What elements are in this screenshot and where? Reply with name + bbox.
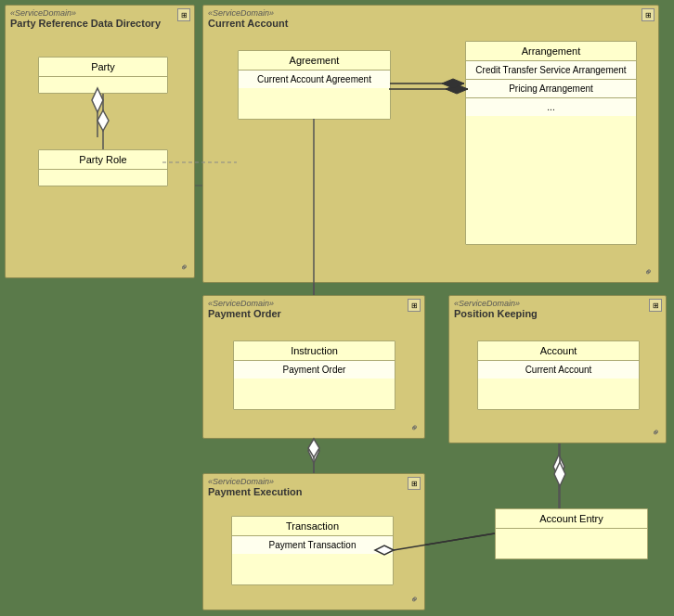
svg-marker-26: [554, 462, 565, 486]
uml-instruction-item-0: Payment Order: [234, 361, 395, 379]
uml-arrangement-item-0: Credit Transfer Service Arrangement: [466, 61, 636, 80]
sd-party-ref: «ServiceDomain» Party Reference Data Dir…: [5, 5, 195, 278]
uml-account-title: Account: [478, 341, 639, 361]
sd-party-ref-stereotype: «ServiceDomain»: [6, 6, 194, 18]
svg-marker-16: [446, 84, 468, 94]
uml-party[interactable]: Party: [38, 57, 168, 94]
sd-position-keeping-link: ⚭: [649, 426, 664, 441]
uml-party-role-title: Party Role: [39, 150, 167, 170]
sd-position-keeping: «ServiceDomain» Position Keeping ⊞ Accou…: [448, 295, 667, 443]
sd-payment-order-expand[interactable]: ⊞: [408, 299, 421, 312]
sd-party-ref-expand[interactable]: ⊞: [177, 8, 190, 21]
sd-payment-execution-expand[interactable]: ⊞: [408, 477, 421, 490]
sd-position-keeping-expand[interactable]: ⊞: [649, 299, 662, 312]
uml-account-item-0: Current Account: [478, 361, 639, 379]
sd-payment-execution-title: Payment Execution: [203, 486, 424, 501]
sd-payment-execution: «ServiceDomain» Payment Execution ⊞ Tran…: [202, 473, 425, 610]
sd-payment-order-link: ⚭: [408, 421, 422, 436]
uml-agreement-item-0: Current Account Agreement: [239, 71, 390, 88]
uml-party-title: Party: [39, 58, 167, 77]
uml-account-entry[interactable]: Account Entry: [495, 508, 648, 559]
svg-marker-7: [308, 439, 319, 463]
sd-payment-order: «ServiceDomain» Payment Order ⊞ Instruct…: [202, 295, 425, 439]
svg-marker-22: [308, 439, 319, 457]
sd-payment-order-title: Payment Order: [203, 308, 424, 323]
sd-party-ref-link: ⚭: [177, 261, 192, 276]
uml-arrangement[interactable]: Arrangement Credit Transfer Service Arra…: [465, 41, 637, 245]
svg-marker-14: [97, 110, 109, 131]
sd-payment-order-stereotype: «ServiceDomain»: [203, 296, 424, 308]
sd-payment-execution-link: ⚭: [408, 593, 422, 608]
diagram-area: «ServiceDomain» Party Reference Data Dir…: [0, 0, 674, 616]
uml-arrangement-item-2: ...: [466, 98, 636, 116]
sd-current-account-link: ⚭: [642, 265, 656, 280]
svg-marker-11: [553, 455, 564, 479]
sd-current-account: «ServiceDomain» Current Account ⊞ Agreem…: [202, 5, 659, 283]
sd-party-ref-title: Party Reference Data Directory: [6, 18, 194, 32]
uml-instruction-title: Instruction: [234, 341, 395, 361]
sd-payment-execution-stereotype: «ServiceDomain»: [203, 474, 424, 486]
sd-current-account-title: Current Account: [203, 18, 658, 32]
sd-position-keeping-title: Position Keeping: [449, 308, 666, 323]
uml-account[interactable]: Account Current Account: [477, 340, 640, 410]
uml-party-role[interactable]: Party Role: [38, 149, 168, 186]
uml-transaction-title: Transaction: [232, 517, 393, 536]
uml-instruction[interactable]: Instruction Payment Order: [233, 340, 395, 410]
uml-transaction[interactable]: Transaction Payment Transaction: [231, 516, 394, 585]
uml-account-entry-title: Account Entry: [496, 509, 647, 529]
sd-position-keeping-stereotype: «ServiceDomain»: [449, 296, 666, 308]
uml-agreement[interactable]: Agreement Current Account Agreement: [238, 50, 391, 120]
agreement-arrangement-connector: [389, 82, 468, 96]
uml-agreement-title: Agreement: [239, 51, 390, 71]
uml-arrangement-title: Arrangement: [466, 42, 636, 61]
party-diamond-connector: [97, 94, 110, 149]
sd-current-account-stereotype: «ServiceDomain»: [203, 6, 658, 18]
sd-current-account-expand[interactable]: ⊞: [642, 8, 655, 21]
uml-transaction-item-0: Payment Transaction: [232, 536, 393, 554]
uml-arrangement-item-1: Pricing Arrangement: [466, 80, 636, 98]
